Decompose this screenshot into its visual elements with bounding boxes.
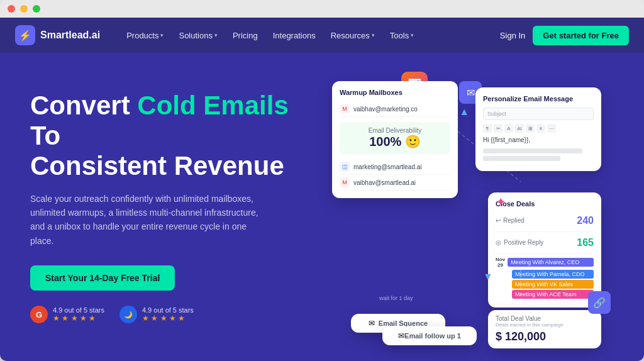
toolbar-btn-2[interactable]: ✂ xyxy=(494,124,502,133)
total-deal-value: $ 120,000 xyxy=(496,330,594,343)
email-row-3: M vaibhav@smartlead.ai xyxy=(340,175,450,191)
triangle-decoration: ▲ xyxy=(459,106,469,118)
nav-products[interactable]: Products ▾ xyxy=(120,27,170,44)
capterra-score: 4.9 out of 5 stars xyxy=(142,306,194,314)
replied-value: 240 xyxy=(577,215,594,226)
nav-solutions[interactable]: Solutions ▾ xyxy=(172,27,223,44)
meeting-row-4: Meeting With ACE Team xyxy=(496,290,594,299)
meeting-row-2: Meeting With Pamela, CDO xyxy=(496,270,594,279)
nav-right: Sign In Get started for Free xyxy=(500,26,629,45)
chevron-down-icon: ▾ xyxy=(214,32,218,38)
logo-area[interactable]: ⚡ Smartlead.ai xyxy=(15,25,100,45)
minimize-button[interactable] xyxy=(20,5,28,13)
chevron-down-icon: ▾ xyxy=(411,32,414,38)
toolbar-btn-6[interactable]: ≡ xyxy=(536,124,545,133)
deal-divider-1 xyxy=(496,231,594,232)
close-deals-card: Close Deals ↩ Replied 240 ◎ Positive Rep… xyxy=(488,192,601,308)
logo-text: Smartlead.ai xyxy=(40,30,100,41)
nav-integrations[interactable]: Integrations xyxy=(267,27,322,44)
main-content: ⚡ Smartlead.ai Products ▾ Solutions ▾ Pr… xyxy=(0,18,644,361)
positive-stat: ◎ Positive Reply 165 xyxy=(496,235,594,251)
meeting-label-1: Meeting With Alvarez, CEO xyxy=(508,258,594,267)
toolbar-btn-7[interactable]: ⋯ xyxy=(547,124,556,133)
hero-headline: Convert Cold Emails To Consistent Revenu… xyxy=(30,91,319,182)
email-row: M vaibhav@marketing.co xyxy=(340,101,450,117)
toolbar-btn-4[interactable]: AI xyxy=(515,124,524,133)
warmup-card: Warmup Mailboxes M vaibhav@marketing.co … xyxy=(332,81,458,198)
nav-links: Products ▾ Solutions ▾ Pricing Integrati… xyxy=(120,27,500,44)
followup-icon: ✉ xyxy=(398,331,404,340)
deal-divider-2 xyxy=(496,253,594,254)
email-toolbar: ¶ ✂ A AI ⊞ ≡ ⋯ xyxy=(483,124,594,133)
outlook-icon: ◫ xyxy=(340,162,350,172)
hero-illustrations: 📊 Warmup Mailboxes M vaibhav@marketing.c… xyxy=(332,69,614,345)
subject-placeholder: Subject xyxy=(487,111,506,117)
fullscreen-button[interactable] xyxy=(33,5,40,13)
triangle-decoration-2: ▼ xyxy=(483,271,493,282)
meetings-section: Nov29 Meeting With Alvarez, CEO Meeting … xyxy=(496,257,594,299)
positive-value: 165 xyxy=(577,237,594,248)
email-address-2: marketing@smartlead.ai xyxy=(353,164,422,170)
g2-rating: G 4.9 out of 5 stars ★ ★ ★ ★ ★ xyxy=(30,306,104,323)
gmail-icon-2: M xyxy=(340,177,350,187)
gmail-icon: M xyxy=(340,104,350,114)
hero-subtext: Scale your outreach confidently with unl… xyxy=(30,192,269,248)
replied-stat: ↩ Replied 240 xyxy=(496,213,594,229)
browser-window: ⚡ Smartlead.ai Products ▾ Solutions ▾ Pr… xyxy=(0,0,644,361)
star-decoration: ✦ xyxy=(496,194,506,209)
trial-button[interactable]: Start Your 14-Day Free Trial xyxy=(30,265,175,291)
body-line-2 xyxy=(483,156,560,161)
meeting-row-1: Nov29 Meeting With Alvarez, CEO xyxy=(496,257,594,269)
nav-pricing[interactable]: Pricing xyxy=(226,27,264,44)
email-body-text: Hi {{first_name}}, xyxy=(483,136,594,143)
meeting-label-4: Meeting With ACE Team xyxy=(512,290,594,299)
ratings-section: G 4.9 out of 5 stars ★ ★ ★ ★ ★ 🌙 4.9 out… xyxy=(30,306,319,323)
deliverability-value: 100% 🙂 xyxy=(345,134,445,149)
nav-tools[interactable]: Tools ▾ xyxy=(384,27,420,44)
email-address-1: vaibhav@marketing.co xyxy=(353,106,418,113)
g2-badge: G xyxy=(30,306,48,323)
close-button[interactable] xyxy=(8,5,15,13)
personalize-card-title: Personalize Email Message xyxy=(483,95,594,103)
email-address-3: vaibhav@smartlead.ai xyxy=(353,179,416,186)
capterra-info: 4.9 out of 5 stars ★ ★ ★ ★ ★ xyxy=(142,306,194,323)
g2-score: 4.9 out of 5 stars xyxy=(53,306,104,314)
nav-resources[interactable]: Resources ▾ xyxy=(325,27,381,44)
email-row-2: ◫ marketing@smartlead.ai xyxy=(340,159,450,175)
navbar: ⚡ Smartlead.ai Products ▾ Solutions ▾ Pr… xyxy=(0,18,644,53)
titlebar xyxy=(0,0,644,18)
total-deal-title: Total Deal Value xyxy=(496,315,594,322)
headline-line2: Consistent Revenue xyxy=(30,151,284,181)
body-line-1 xyxy=(483,148,582,153)
capterra-badge: 🌙 xyxy=(119,306,137,323)
meeting-label-3: Meeting With VK Sales xyxy=(512,280,594,289)
total-deal-card: Total Deal Value Deals earned in this ca… xyxy=(488,310,601,348)
meeting-label-2: Meeting With Pamela, CDO xyxy=(512,270,594,279)
connect-icon: 🔗 xyxy=(588,291,611,314)
warmup-card-title: Warmup Mailboxes xyxy=(340,89,450,96)
logo-icon: ⚡ xyxy=(15,25,35,45)
toolbar-btn-5[interactable]: ⊞ xyxy=(526,124,535,133)
deliverability-label: Email Deliverability xyxy=(345,127,445,134)
get-started-button[interactable]: Get started for Free xyxy=(533,26,629,45)
headline-highlight: Cold Emails xyxy=(137,91,288,120)
g2-stars: ★ ★ ★ ★ ★ xyxy=(53,314,104,323)
hero-copy: Convert Cold Emails To Consistent Revenu… xyxy=(30,91,319,323)
sequence-icon: ✉ xyxy=(369,319,375,328)
chevron-down-icon: ▾ xyxy=(372,32,375,38)
close-deals-title: Close Deals xyxy=(496,200,594,208)
sign-in-link[interactable]: Sign In xyxy=(500,31,525,40)
date-badge: Nov29 xyxy=(496,257,505,269)
capterra-stars: ★ ★ ★ ★ ★ xyxy=(142,314,194,323)
replied-label: ↩ Replied xyxy=(496,217,525,224)
personalize-card: Personalize Email Message Subject ¶ ✂ A … xyxy=(475,87,601,171)
chevron-down-icon: ▾ xyxy=(160,32,164,38)
toolbar-btn-1[interactable]: ¶ xyxy=(483,124,492,133)
subject-input[interactable]: Subject xyxy=(483,108,594,120)
replied-icon: ↩ xyxy=(496,217,501,224)
g2-info: 4.9 out of 5 stars ★ ★ ★ ★ ★ xyxy=(53,306,104,323)
total-deal-subtitle: Deals earned in this campaign xyxy=(496,322,594,328)
followup-label: Email follow up 1 xyxy=(404,332,461,340)
meeting-row-3: Meeting With VK Sales xyxy=(496,280,594,289)
toolbar-btn-3[interactable]: A xyxy=(504,124,513,133)
